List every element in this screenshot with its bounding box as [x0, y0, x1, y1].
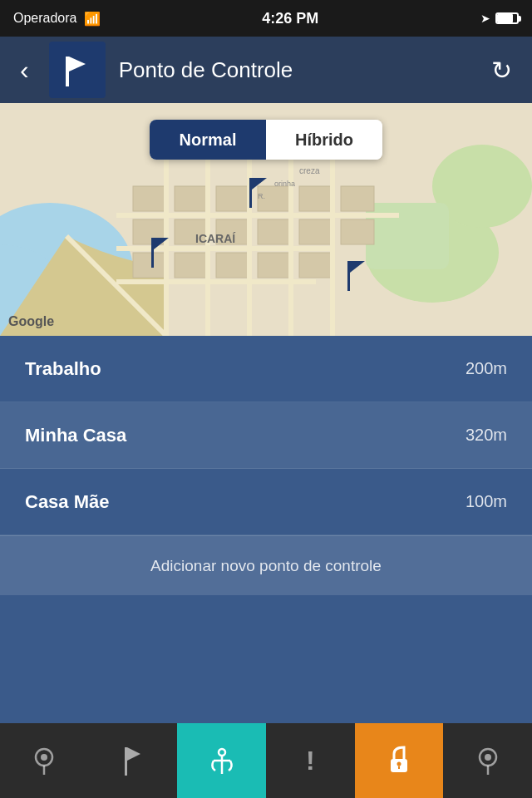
flag-marker-1	[249, 178, 266, 208]
svg-rect-19	[258, 253, 291, 278]
location2-icon	[475, 746, 501, 776]
list-item[interactable]: Minha Casa 320m	[0, 402, 532, 469]
google-watermark: Google	[8, 314, 54, 329]
location-icon: ➤	[480, 12, 490, 25]
svg-point-47	[397, 762, 401, 766]
svg-rect-9	[175, 186, 208, 211]
svg-rect-20	[299, 219, 332, 244]
anchor-icon	[207, 746, 237, 776]
flag-icon	[121, 746, 145, 776]
carrier-label: Operadora	[13, 11, 77, 26]
map-container: ICARAÍ creza orinha R. Goog	[0, 103, 532, 336]
tab-lock[interactable]	[355, 723, 444, 798]
flag-marker-3	[347, 261, 364, 291]
svg-point-50	[485, 754, 491, 761]
nav-flag-icon	[49, 42, 106, 98]
item-name-3: Casa Mãe	[25, 491, 110, 513]
battery-icon	[495, 12, 519, 24]
flag-svg	[62, 53, 92, 86]
item-name-2: Minha Casa	[25, 425, 126, 446]
status-left: Operadora 📶	[13, 11, 101, 27]
svg-point-39	[41, 754, 47, 761]
svg-rect-8	[133, 186, 166, 211]
item-dist-2: 320m	[466, 426, 507, 445]
location-icon	[31, 746, 57, 776]
tab-alert[interactable]: !	[266, 723, 355, 798]
tab-anchor[interactable]	[177, 723, 266, 798]
list-section: Trabalho 200m Minha Casa 320m Casa Mãe 1…	[0, 336, 532, 595]
status-bar: Operadora 📶 4:26 PM ➤	[0, 0, 532, 37]
tab-flag[interactable]	[89, 723, 178, 798]
svg-marker-1	[69, 57, 86, 71]
status-time: 4:26 PM	[262, 10, 318, 27]
wifi-icon: 📶	[84, 11, 101, 27]
svg-rect-15	[258, 219, 291, 244]
tab-location2[interactable]	[443, 723, 532, 798]
nav-title: Ponto de Controle	[119, 57, 471, 83]
item-dist-3: 100m	[466, 492, 507, 511]
refresh-button[interactable]: ↻	[485, 49, 519, 91]
svg-text:creza: creza	[299, 166, 320, 175]
svg-rect-23	[341, 186, 374, 211]
hybrid-toggle[interactable]: Híbrido	[266, 120, 382, 160]
svg-marker-42	[127, 747, 140, 761]
svg-rect-0	[66, 57, 69, 86]
back-button[interactable]: ‹	[13, 50, 36, 90]
svg-rect-41	[125, 747, 127, 776]
list-item[interactable]: Trabalho 200m	[0, 336, 532, 402]
svg-rect-21	[299, 253, 332, 278]
status-right: ➤	[480, 12, 519, 25]
svg-point-43	[219, 749, 225, 756]
flag-marker-2	[151, 238, 168, 268]
svg-text:ICARAÍ: ICARAÍ	[195, 232, 236, 245]
nav-bar: ‹ Ponto de Controle ↻	[0, 37, 532, 103]
tab-location[interactable]	[0, 723, 89, 798]
map-toggle: Normal Híbrido	[150, 120, 382, 160]
list-item[interactable]: Casa Mãe 100m	[0, 469, 532, 535]
svg-rect-18	[216, 253, 249, 278]
item-name-1: Trabalho	[25, 358, 101, 380]
add-new-button[interactable]: Adicionar novo ponto de controle	[0, 535, 532, 595]
svg-rect-22	[299, 186, 332, 211]
svg-rect-24	[341, 219, 374, 244]
add-new-label: Adicionar novo ponto de controle	[150, 557, 382, 575]
item-dist-1: 200m	[466, 359, 507, 378]
lock-icon	[387, 746, 411, 776]
tab-bar: !	[0, 723, 532, 798]
alert-icon: !	[306, 746, 315, 776]
svg-rect-17	[175, 253, 208, 278]
svg-rect-10	[216, 186, 249, 211]
normal-toggle[interactable]: Normal	[150, 120, 266, 160]
svg-text:orinha: orinha	[274, 180, 295, 188]
